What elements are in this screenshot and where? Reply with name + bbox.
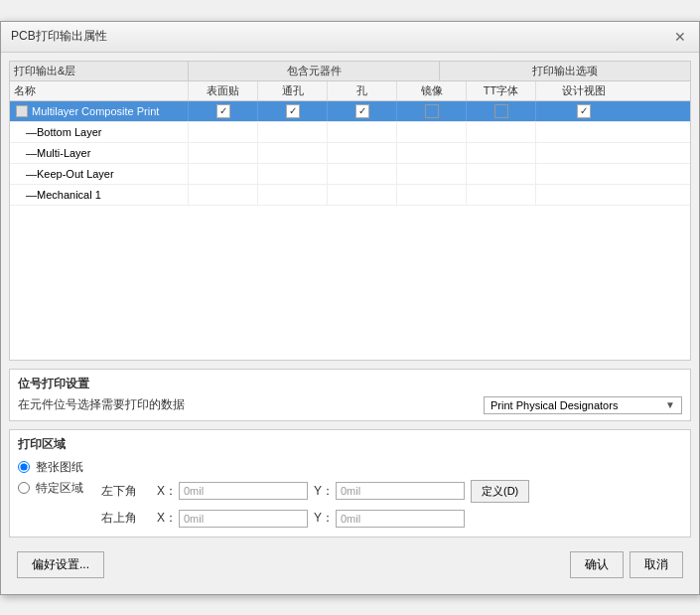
row-mirror-cell xyxy=(397,122,467,142)
layers-table: 打印输出&层 包含元器件 打印输出选项 名称 表面贴 通孔 孔 镜像 TT字体 … xyxy=(9,61,691,361)
bottom-left-label: 左下角 xyxy=(101,483,151,500)
x1-input[interactable] xyxy=(179,482,308,500)
row-name: —Multi-Layer xyxy=(26,147,90,159)
define-button[interactable]: 定义(D) xyxy=(471,480,529,503)
row-through-cell[interactable] xyxy=(258,101,328,121)
subheader-hole: 孔 xyxy=(328,81,397,100)
row-design-cell xyxy=(536,185,630,205)
row-surface-cell xyxy=(189,143,258,163)
row-design-cell xyxy=(536,164,630,184)
row-mirror-cell xyxy=(397,185,467,205)
footer-right: 确认 取消 xyxy=(570,551,683,578)
through-checkbox[interactable] xyxy=(286,104,300,118)
row-tt-cell xyxy=(467,143,536,163)
table-body: Multilayer Composite Print xyxy=(10,101,690,360)
row-name: —Bottom Layer xyxy=(26,126,101,138)
surface-checkbox[interactable] xyxy=(216,104,230,118)
dropdown-value: Print Physical Designators xyxy=(490,399,618,411)
whole-page-label: 整张图纸 xyxy=(36,459,83,476)
print-area-title: 打印区域 xyxy=(18,436,682,453)
designator-label: 在元件位号选择需要打印的数据 xyxy=(18,396,185,413)
cancel-button[interactable]: 取消 xyxy=(630,551,683,578)
subheader-through: 通孔 xyxy=(258,81,328,100)
row-surface-cell xyxy=(189,164,258,184)
row-through-cell xyxy=(258,143,328,163)
row-mirror-cell xyxy=(397,143,467,163)
y-label-2: Y： xyxy=(314,510,330,527)
row-name-cell: —Keep-Out Layer xyxy=(10,164,189,184)
mirror-checkbox[interactable] xyxy=(425,104,439,118)
whole-page-radio[interactable] xyxy=(18,461,30,473)
header-print-layers: 打印输出&层 xyxy=(10,62,189,80)
hole-checkbox[interactable] xyxy=(355,104,369,118)
preference-button[interactable]: 偏好设置... xyxy=(17,551,104,578)
row-surface-cell[interactable] xyxy=(189,101,258,121)
close-button[interactable]: ✕ xyxy=(671,28,689,46)
top-right-label: 右上角 xyxy=(101,510,151,527)
row-design-cell[interactable] xyxy=(536,101,630,121)
table-row[interactable]: —Multi-Layer xyxy=(10,143,690,164)
designator-section: 位号打印设置 在元件位号选择需要打印的数据 Print Physical Des… xyxy=(9,369,691,421)
row-hole-cell xyxy=(328,164,397,184)
row-through-cell xyxy=(258,164,328,184)
whole-page-row: 整张图纸 xyxy=(18,459,682,476)
table-row[interactable]: Multilayer Composite Print xyxy=(10,101,690,122)
bottom-left-row: 左下角 X： Y： 定义(D) xyxy=(101,480,529,503)
row-hole-cell xyxy=(328,185,397,205)
designator-dropdown[interactable]: Print Physical Designators ▼ xyxy=(484,396,682,414)
dialog-footer: 偏好设置... 确认 取消 xyxy=(9,545,691,586)
tt-checkbox[interactable] xyxy=(494,104,508,118)
row-tt-cell[interactable] xyxy=(467,101,536,121)
ok-button[interactable]: 确认 xyxy=(570,551,624,578)
dropdown-arrow-icon: ▼ xyxy=(665,399,675,410)
specific-area-row: 特定区域 xyxy=(18,480,83,497)
design-checkbox[interactable] xyxy=(577,104,591,118)
header-print-options: 打印输出选项 xyxy=(440,62,690,80)
footer-left: 偏好设置... xyxy=(17,551,104,578)
x2-input[interactable] xyxy=(179,510,308,528)
row-name-cell: —Bottom Layer xyxy=(10,122,189,142)
table-header-groups: 打印输出&层 包含元器件 打印输出选项 xyxy=(10,62,690,81)
row-through-cell xyxy=(258,122,328,142)
row-through-cell xyxy=(258,185,328,205)
row-name-cell: Multilayer Composite Print xyxy=(10,101,189,121)
x-label-1: X： xyxy=(157,483,173,500)
row-name: —Keep-Out Layer xyxy=(26,168,114,180)
row-design-cell xyxy=(536,122,630,142)
table-row[interactable]: —Mechanical 1 xyxy=(10,185,690,206)
x-label-2: X： xyxy=(157,510,173,527)
row-name: —Mechanical 1 xyxy=(26,189,101,201)
row-name-cell: —Mechanical 1 xyxy=(10,185,189,205)
row-tt-cell xyxy=(467,185,536,205)
specific-area-label: 特定区域 xyxy=(36,480,83,497)
row-surface-cell xyxy=(189,122,258,142)
subheader-design: 设计视图 xyxy=(536,81,630,100)
row-mirror-cell[interactable] xyxy=(397,101,467,121)
row-surface-cell xyxy=(189,185,258,205)
print-area-section: 打印区域 整张图纸 特定区域 左下角 X： xyxy=(9,429,691,538)
y1-input[interactable] xyxy=(336,482,465,500)
row-name-cell: —Multi-Layer xyxy=(10,143,189,163)
subheader-tt: TT字体 xyxy=(467,81,536,100)
top-right-row: 右上角 X： Y： xyxy=(101,510,529,528)
y-label-1: Y： xyxy=(314,483,330,500)
designator-row: 在元件位号选择需要打印的数据 Print Physical Designator… xyxy=(18,396,682,414)
dialog-title: PCB打印输出属性 xyxy=(11,28,107,45)
layer-icon xyxy=(16,105,28,117)
table-row[interactable]: —Bottom Layer xyxy=(10,122,690,143)
row-mirror-cell xyxy=(397,164,467,184)
y2-input[interactable] xyxy=(336,510,465,528)
row-design-cell xyxy=(536,143,630,163)
subheader-mirror: 镜像 xyxy=(397,81,467,100)
table-row[interactable]: —Keep-Out Layer xyxy=(10,164,690,185)
specific-area-radio[interactable] xyxy=(18,482,30,494)
row-hole-cell[interactable] xyxy=(328,101,397,121)
title-bar: PCB打印输出属性 ✕ xyxy=(1,22,699,53)
subheader-name: 名称 xyxy=(10,81,189,100)
table-sub-headers: 名称 表面贴 通孔 孔 镜像 TT字体 设计视图 xyxy=(10,81,690,101)
dialog-body: 打印输出&层 包含元器件 打印输出选项 名称 表面贴 通孔 孔 镜像 TT字体 … xyxy=(1,53,699,594)
subheader-surface: 表面贴 xyxy=(189,81,258,100)
header-include-components: 包含元器件 xyxy=(189,62,440,80)
row-hole-cell xyxy=(328,122,397,142)
row-tt-cell xyxy=(467,164,536,184)
